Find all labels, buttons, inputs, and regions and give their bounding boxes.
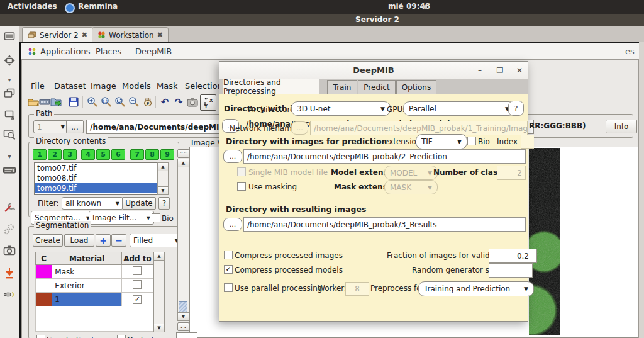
remove-material-button[interactable]: − <box>111 234 126 247</box>
memory-buffer-icon[interactable] <box>38 96 51 108</box>
create-model-button[interactable]: Create <box>33 234 63 247</box>
menu-selection[interactable]: Selection <box>185 81 223 91</box>
model-extension-select[interactable]: MODEL▼ <box>384 166 438 180</box>
tab-directories[interactable]: Directories and Preprocessing <box>223 79 319 94</box>
zoom-in-icon[interactable] <box>86 96 99 108</box>
filter-select[interactable]: all known▼ <box>62 197 123 210</box>
tab-predict[interactable]: Predict <box>358 80 396 94</box>
file-item[interactable]: tomo08.tif <box>35 173 168 183</box>
load-model-button[interactable]: Load <box>64 234 94 247</box>
masked-checkbox[interactable] <box>117 335 126 338</box>
single-mib-model-checkbox[interactable] <box>237 167 246 176</box>
update-button[interactable]: Update <box>122 197 156 210</box>
number-of-classes-field[interactable]: 2 <box>497 166 526 180</box>
scroll-up-icon[interactable]: ▲ <box>178 159 189 167</box>
gpu-select[interactable]: Parallel▼ <box>403 101 515 116</box>
architecture-select[interactable]: 3D U-net▼ <box>291 101 391 116</box>
close-tab-icon[interactable]: ✖ <box>82 31 87 39</box>
maximize-icon[interactable]: ❐ <box>494 65 506 76</box>
tools-icon[interactable] <box>3 201 16 215</box>
scroll-down-icon[interactable]: ▼ <box>154 324 164 332</box>
buffer-button-7[interactable]: 7 <box>130 149 144 160</box>
extension-select[interactable]: TIF▼ <box>416 134 467 149</box>
help-button[interactable]: ? <box>508 101 524 116</box>
index-field[interactable] <box>521 135 534 149</box>
results-browse-button[interactable]: ... <box>223 218 242 231</box>
material-name[interactable]: 1 <box>52 293 122 307</box>
swap-xy-button[interactable]: XY <box>200 94 216 111</box>
menu-mask[interactable]: Mask <box>157 81 177 91</box>
zoom-fit-icon[interactable] <box>114 96 126 108</box>
results-path-field[interactable]: /home/ana/Documents/deepMIB_probak/3_Res… <box>243 217 526 232</box>
activities-button[interactable]: Actividades <box>8 2 57 11</box>
compress-images-checkbox[interactable] <box>224 251 233 259</box>
material-row[interactable]: Mask <box>36 265 153 279</box>
menu-applications[interactable]: Applications <box>40 47 90 56</box>
chevron-down-icon[interactable]: ▾ <box>3 149 16 163</box>
save-icon[interactable] <box>67 96 80 108</box>
random-seed-field[interactable] <box>489 263 533 278</box>
use-masking-checkbox[interactable] <box>237 182 246 191</box>
info-button[interactable]: Info <box>606 120 637 133</box>
file-listbox[interactable]: tomo07.tif tomo08.tif tomo09.tif <box>34 162 169 195</box>
zoom-100-icon[interactable]: 1:1 <box>100 96 113 108</box>
add-material-button[interactable]: + <box>96 234 111 247</box>
screenshot-zoom-icon[interactable] <box>3 128 16 142</box>
preprocess-for-select[interactable]: Training and Prediction▼ <box>418 281 534 296</box>
material-row-selected[interactable]: 1 ✓ <box>36 293 153 307</box>
path-browse-button[interactable]: ... <box>66 120 84 133</box>
buffer-button-1[interactable]: 1 <box>33 149 47 160</box>
mask-extension-select[interactable]: MASK▼ <box>384 180 438 194</box>
scroll-up-icon[interactable]: ▲ <box>158 163 168 171</box>
menu-deepmib[interactable]: DeepMIB <box>135 47 172 56</box>
tab-workstation[interactable]: Workstation ✖ <box>92 27 169 42</box>
zoom-out-icon[interactable] <box>128 96 140 108</box>
buffer-button-4[interactable]: 4 <box>81 149 95 160</box>
workers-field[interactable]: 8 <box>345 282 369 296</box>
scroll-up-icon[interactable]: ▲ <box>154 252 164 261</box>
disconnect-plug-icon[interactable] <box>3 288 16 301</box>
preferences-gears-icon[interactable] <box>3 222 16 236</box>
network-filename-browse-button[interactable]: ... <box>291 121 308 135</box>
material-name[interactable]: Mask <box>52 265 122 279</box>
buffer-select[interactable]: 1▼ <box>33 120 69 133</box>
material-name[interactable]: Exterior <box>52 279 122 293</box>
remmina-app-menu[interactable]: Remmina <box>78 2 118 11</box>
pan-hand-icon[interactable]: F <box>142 96 154 108</box>
tab-train[interactable]: Train <box>327 80 357 94</box>
file-list-scrollbar[interactable]: ▲ ▼ <box>157 162 169 195</box>
buffer-button-2[interactable]: 2 <box>48 149 62 160</box>
network-filename-field[interactable]: /home/ana/Documents/deepMIB_probak/1_Tra… <box>310 121 528 135</box>
dir-help-button[interactable]: ? <box>158 197 170 210</box>
screenshot-camera-icon[interactable] <box>3 244 16 257</box>
keyboard-icon[interactable] <box>3 163 16 177</box>
menu-image[interactable]: Image <box>91 81 116 91</box>
redo-icon[interactable]: ↷ <box>172 96 185 108</box>
slice-scrollbar[interactable]: ▲ ▼ <box>177 159 189 321</box>
slice-number-field[interactable] <box>176 332 197 338</box>
prediction-path-field[interactable]: /home/ana/Documents/deepMIB_probak/2_Pre… <box>243 149 526 164</box>
use-parallel-checkbox[interactable] <box>224 283 233 292</box>
close-icon[interactable]: ✕ <box>514 65 525 76</box>
duplicate-window-icon[interactable] <box>3 86 16 100</box>
buffer-button-6[interactable]: 6 <box>111 149 125 160</box>
pin-toolbar-icon[interactable] <box>3 266 16 280</box>
file-item[interactable]: tomo07.tif <box>35 163 168 173</box>
fix-selection-checkbox[interactable] <box>36 335 45 338</box>
menu-file[interactable]: File <box>31 81 45 91</box>
bio-checkbox[interactable] <box>152 213 160 222</box>
microscopy-image[interactable] <box>529 148 560 335</box>
fullscreen-icon[interactable] <box>3 30 16 43</box>
addto-checkbox[interactable]: ✓ <box>133 295 142 304</box>
slice-bottom-icon[interactable]: ⌄⌄ <box>177 322 189 331</box>
material-table-scrollbar[interactable]: ▲ ▼ <box>153 252 165 332</box>
bio-format-checkbox[interactable] <box>467 137 476 145</box>
menu-places[interactable]: Places <box>96 47 121 56</box>
scroll-down-icon[interactable]: ▼ <box>158 186 168 194</box>
buffer-button-9[interactable]: 9 <box>160 149 174 160</box>
tab-options[interactable]: Options <box>396 80 436 94</box>
pan-window-icon[interactable] <box>3 54 16 67</box>
color-swatch[interactable] <box>36 265 52 279</box>
import-folder-icon[interactable] <box>50 96 62 108</box>
prediction-browse-button[interactable]: ... <box>223 150 242 163</box>
